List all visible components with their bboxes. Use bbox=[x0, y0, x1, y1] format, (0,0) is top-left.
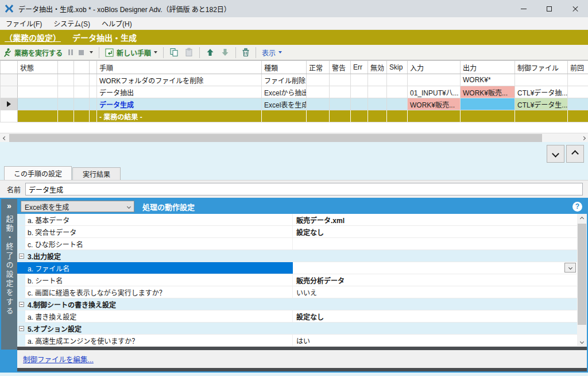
column-header-type[interactable]: 種類 bbox=[262, 61, 307, 74]
column-header-prev[interactable]: 前回 bbox=[568, 61, 588, 74]
stop-button[interactable] bbox=[76, 49, 87, 56]
expand-down-button[interactable] bbox=[547, 145, 564, 163]
property-name[interactable]: a. 書き換え設定 bbox=[25, 310, 293, 322]
step-cell[interactable] bbox=[74, 86, 90, 98]
property-name[interactable]: b. 突合せデータ bbox=[25, 226, 293, 237]
maximize-button[interactable] bbox=[536, 0, 562, 17]
property-name[interactable]: c. 画面に経過を表示しながら実行しますか？ bbox=[25, 286, 293, 298]
copy-step-button[interactable] bbox=[167, 47, 181, 58]
task-settings-link[interactable]: （業務の設定） bbox=[5, 32, 61, 43]
step-cell[interactable] bbox=[368, 86, 387, 98]
step-cell[interactable] bbox=[368, 74, 387, 86]
step-cell[interactable] bbox=[351, 98, 368, 110]
column-header-skip[interactable]: Skip bbox=[387, 61, 408, 74]
new-step-button[interactable]: 新しい手順 bbox=[102, 47, 160, 59]
step-name-input[interactable] bbox=[25, 183, 583, 195]
property-value[interactable]: いいえ bbox=[293, 286, 577, 298]
collapse-strip-icon[interactable]: » bbox=[7, 201, 11, 210]
property-row[interactable]: b. シート名販売分析データ bbox=[17, 274, 577, 286]
property-section-row[interactable]: −3.出力設定 bbox=[17, 250, 577, 262]
property-name[interactable]: a. 基本データ bbox=[25, 214, 293, 225]
edit-control-file-link[interactable]: 制御ファイルを編集... bbox=[23, 354, 94, 365]
property-row[interactable]: a. 書き換え設定設定なし bbox=[17, 310, 577, 323]
close-button[interactable] bbox=[562, 0, 588, 17]
step-cell[interactable] bbox=[330, 98, 351, 110]
property-row[interactable]: a. ファイル名 bbox=[17, 262, 577, 274]
property-name[interactable]: b. シート名 bbox=[25, 274, 293, 286]
collapse-up-button[interactable] bbox=[566, 145, 584, 163]
property-section-row[interactable]: −5.オプション設定 bbox=[17, 323, 577, 335]
vscrollbar-thumb[interactable] bbox=[578, 224, 586, 325]
step-cell[interactable] bbox=[18, 86, 58, 98]
help-icon[interactable]: ? bbox=[572, 202, 582, 212]
property-value[interactable]: 販売分析データ bbox=[293, 274, 577, 286]
step-cell[interactable] bbox=[90, 98, 97, 110]
step-cell[interactable] bbox=[368, 98, 387, 110]
property-row[interactable]: a. 高速生成エンジンを使いますか？はい bbox=[17, 335, 577, 347]
tab-step-settings[interactable]: この手順の設定 bbox=[4, 166, 72, 180]
step-cell[interactable] bbox=[18, 98, 58, 110]
step-cell[interactable] bbox=[307, 86, 330, 98]
property-value[interactable] bbox=[293, 262, 577, 274]
property-name[interactable]: a. ファイル名 bbox=[25, 262, 293, 274]
step-cell[interactable] bbox=[58, 98, 74, 110]
paste-step-button[interactable] bbox=[181, 47, 196, 58]
step-cell[interactable] bbox=[408, 74, 461, 86]
column-header-input[interactable]: 入力 bbox=[408, 61, 461, 74]
property-section-row[interactable]: −4.制御シートの書き換え設定 bbox=[17, 298, 577, 310]
step-cell[interactable] bbox=[330, 74, 351, 86]
column-header-ok[interactable]: 正常 bbox=[307, 61, 330, 74]
delete-step-button[interactable] bbox=[239, 47, 253, 58]
step-cell[interactable] bbox=[330, 86, 351, 98]
column-header-err[interactable]: Err bbox=[351, 61, 368, 74]
column-header[interactable] bbox=[90, 61, 97, 74]
property-value[interactable]: 設定なし bbox=[293, 226, 577, 237]
step-cell[interactable] bbox=[351, 74, 368, 86]
step-cell[interactable]: CTL¥データ抽... bbox=[515, 86, 568, 98]
step-row[interactable]: WORKフォルダのファイルを削除ファイル削除WORK¥* bbox=[1, 74, 588, 86]
property-row[interactable]: c. 画面に経過を表示しながら実行しますか？いいえ bbox=[17, 286, 577, 298]
collapse-box-icon[interactable]: − bbox=[19, 302, 24, 307]
step-cell[interactable]: データ抽出 bbox=[97, 86, 262, 98]
step-cell[interactable]: データ生成 bbox=[97, 98, 262, 110]
row-selector[interactable] bbox=[1, 86, 18, 98]
scroll-left-button[interactable] bbox=[0, 133, 9, 143]
step-cell[interactable] bbox=[307, 74, 330, 86]
step-cell[interactable] bbox=[515, 74, 568, 86]
step-cell[interactable] bbox=[568, 98, 588, 110]
step-cell[interactable]: Excel表を生成 bbox=[262, 98, 307, 110]
move-up-button[interactable] bbox=[203, 47, 218, 58]
step-cell[interactable] bbox=[58, 86, 74, 98]
property-row[interactable]: a. 基本データ販売データ.xml bbox=[17, 214, 577, 226]
step-cell[interactable] bbox=[387, 98, 408, 110]
menu-file[interactable]: ファイル(F) bbox=[0, 17, 48, 30]
step-cell[interactable] bbox=[568, 86, 588, 98]
menu-help[interactable]: ヘルプ(H) bbox=[96, 17, 138, 30]
column-header-ctlfile[interactable]: 制御ファイル bbox=[515, 61, 568, 74]
step-cell[interactable] bbox=[90, 86, 97, 98]
column-header-output[interactable]: 出力 bbox=[461, 61, 515, 74]
step-cell[interactable]: 01_INPUT¥八... bbox=[408, 86, 461, 98]
property-name[interactable]: c. ひな形シート名 bbox=[25, 238, 293, 250]
collapse-box-icon[interactable]: − bbox=[19, 254, 24, 259]
step-cell[interactable]: WORKフォルダのファイルを削除 bbox=[97, 74, 262, 86]
run-options-dropdown[interactable] bbox=[87, 50, 96, 55]
property-name[interactable]: a. 高速生成エンジンを使いますか？ bbox=[25, 335, 293, 346]
step-cell[interactable] bbox=[90, 74, 97, 86]
step-cell[interactable] bbox=[387, 86, 408, 98]
step-cell[interactable] bbox=[568, 74, 588, 86]
step-type-dropdown[interactable]: Excel表を生成 bbox=[21, 201, 134, 212]
vertical-scrollbar[interactable] bbox=[577, 214, 587, 347]
step-cell[interactable]: WORK¥販売... bbox=[461, 86, 515, 98]
tab-run-results[interactable]: 実行結果 bbox=[72, 167, 121, 180]
step-row[interactable]: データ生成Excel表を生成WORK¥販売...CTL¥データ生... bbox=[1, 98, 588, 110]
row-selector[interactable] bbox=[1, 74, 18, 86]
property-value[interactable]: はい bbox=[293, 335, 577, 346]
startup-settings-strip[interactable]: » 起動・終了の設定をする bbox=[1, 199, 17, 350]
property-row[interactable]: c. ひな形シート名 bbox=[17, 238, 577, 250]
step-cell[interactable] bbox=[18, 74, 58, 86]
step-cell[interactable] bbox=[74, 74, 90, 86]
step-cell[interactable] bbox=[74, 98, 90, 110]
step-row[interactable]: データ抽出Excelから抽出01_INPUT¥八...WORK¥販売...CTL… bbox=[1, 86, 588, 98]
view-dropdown-button[interactable]: 表示 bbox=[259, 47, 285, 59]
